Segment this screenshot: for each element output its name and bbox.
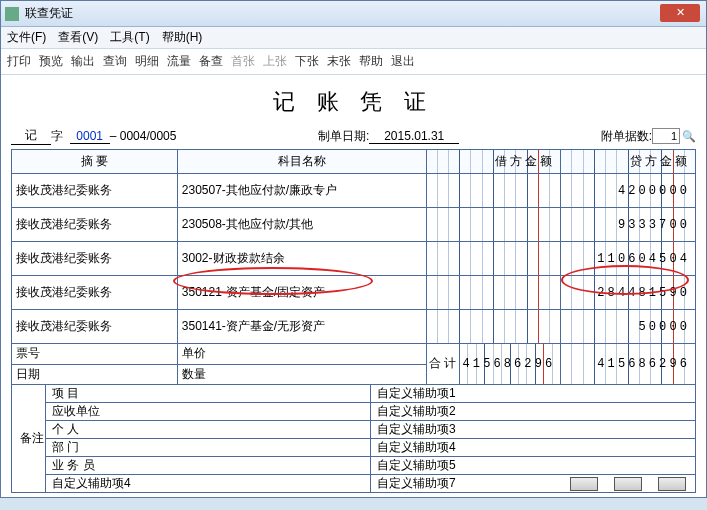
cell-debit: [426, 208, 561, 242]
total-label: 合 计: [426, 344, 459, 384]
date-label2: 日期: [12, 364, 178, 384]
table-row[interactable]: 接收茂港纪委账务230508-其他应付款/其他9333700: [12, 208, 696, 242]
tb-audit[interactable]: 备查: [199, 53, 223, 70]
remark-row: 业 务 员自定义辅助项5: [12, 456, 696, 474]
cell-summary: 接收茂港纪委账务: [12, 242, 178, 276]
cell-credit: 284481590: [561, 276, 696, 310]
remark-row: 部 门自定义辅助项4: [12, 438, 696, 456]
remark-left: 业 务 员: [46, 456, 371, 474]
tb-first: 首张: [231, 53, 255, 70]
tb-detail[interactable]: 明细: [135, 53, 159, 70]
close-button[interactable]: ✕: [660, 4, 700, 22]
status-icon-3[interactable]: [658, 477, 686, 491]
tb-last[interactable]: 末张: [327, 53, 351, 70]
tb-query[interactable]: 查询: [103, 53, 127, 70]
remark-right: 自定义辅助项2: [371, 402, 696, 420]
word-label: 记: [11, 127, 51, 145]
table-row[interactable]: 接收茂港纪委账务3002-财政拨款结余110604504: [12, 242, 696, 276]
cell-subject: 230508-其他应付款/其他: [177, 208, 426, 242]
magnifier-icon[interactable]: 🔍: [682, 130, 696, 143]
table-row[interactable]: 接收茂港纪委账务230507-其他应付款/廉政专户4200000: [12, 174, 696, 208]
remark-left: 项 目: [46, 384, 371, 402]
seq1: 0001: [70, 129, 110, 144]
voucher-header: 记 字 0001 – 0004/0005 制单日期: 2015.01.31 附单…: [11, 125, 696, 149]
menu-view[interactable]: 查看(V): [58, 29, 98, 46]
dash: –: [110, 129, 117, 143]
att-label: 附单据数:: [601, 128, 652, 145]
col-summary: 摘 要: [12, 150, 178, 174]
col-subject: 科目名称: [177, 150, 426, 174]
cell-debit: [426, 276, 561, 310]
cell-subject: 350141-资产基金/无形资产: [177, 310, 426, 344]
titlebar: 联查凭证 ✕: [1, 1, 706, 27]
remark-right: 自定义辅助项5: [371, 456, 696, 474]
tb-exit[interactable]: 退出: [391, 53, 415, 70]
doc-title: 记 账 凭 证: [11, 83, 696, 125]
cell-subject: 350121-资产基金/固定资产: [177, 276, 426, 310]
ticket-label: 票号: [12, 344, 178, 364]
cell-summary: 接收茂港纪委账务: [12, 310, 178, 344]
voucher-table: 摘 要 科目名称 借方金额 贷方金额 接收茂港纪委账务230507-其他应付款/…: [11, 149, 696, 344]
window-frame: 联查凭证 ✕ 文件(F) 查看(V) 工具(T) 帮助(H) 打印 预览 输出 …: [0, 0, 707, 498]
cell-credit: 110604504: [561, 242, 696, 276]
voucher-content: 记 账 凭 证 记 字 0001 – 0004/0005 制单日期: 2015.…: [1, 75, 706, 497]
remark-right: 自定义辅助项1: [371, 384, 696, 402]
qty-label: 数量: [177, 364, 426, 384]
date-value: 2015.01.31: [369, 129, 459, 144]
cell-credit: 50000: [561, 310, 696, 344]
remark-row: 应收单位自定义辅助项2: [12, 402, 696, 420]
table-row[interactable]: 接收茂港纪委账务350141-资产基金/无形资产50000: [12, 310, 696, 344]
remark-row: 备注项 目自定义辅助项1: [12, 384, 696, 402]
status-icon-2[interactable]: [614, 477, 642, 491]
tb-help[interactable]: 帮助: [359, 53, 383, 70]
remark-left: 应收单位: [46, 402, 371, 420]
mid-table: 票号 单价 合 计 415686296 415686296 日期 数量: [11, 344, 696, 385]
remark-right: 自定义辅助项3: [371, 420, 696, 438]
menu-file[interactable]: 文件(F): [7, 29, 46, 46]
tb-output[interactable]: 输出: [71, 53, 95, 70]
price-label: 单价: [177, 344, 426, 364]
remark-left: 自定义辅助项4: [46, 474, 371, 492]
word-suffix: 字: [51, 128, 63, 145]
menu-help[interactable]: 帮助(H): [162, 29, 203, 46]
cell-credit: 9333700: [561, 208, 696, 242]
tb-print[interactable]: 打印: [7, 53, 31, 70]
date-label: 制单日期:: [318, 128, 369, 145]
menubar: 文件(F) 查看(V) 工具(T) 帮助(H): [1, 27, 706, 49]
app-icon: [5, 7, 19, 21]
remark-label: 备注: [12, 384, 46, 492]
bottom-icons: [570, 477, 686, 491]
table-row[interactable]: 接收茂港纪委账务350121-资产基金/固定资产284481590: [12, 276, 696, 310]
cell-credit: 4200000: [561, 174, 696, 208]
cell-subject: 3002-财政拨款结余: [177, 242, 426, 276]
tb-flow[interactable]: 流量: [167, 53, 191, 70]
debit-total: 415686296: [459, 344, 561, 384]
cell-summary: 接收茂港纪委账务: [12, 174, 178, 208]
window-title: 联查凭证: [25, 5, 73, 22]
col-debit: 借方金额: [426, 150, 561, 174]
remark-left: 部 门: [46, 438, 371, 456]
credit-total: 415686296: [561, 344, 696, 384]
status-icon-1[interactable]: [570, 477, 598, 491]
toolbar: 打印 预览 输出 查询 明细 流量 备查 首张 上张 下张 末张 帮助 退出: [1, 49, 706, 75]
remark-left: 个 人: [46, 420, 371, 438]
seq2: 0004/0005: [120, 129, 177, 143]
cell-subject: 230507-其他应付款/廉政专户: [177, 174, 426, 208]
cell-summary: 接收茂港纪委账务: [12, 208, 178, 242]
cell-debit: [426, 174, 561, 208]
att-input[interactable]: [652, 128, 680, 144]
cell-debit: [426, 242, 561, 276]
cell-summary: 接收茂港纪委账务: [12, 276, 178, 310]
cell-debit: [426, 310, 561, 344]
tb-next[interactable]: 下张: [295, 53, 319, 70]
remark-row: 个 人自定义辅助项3: [12, 420, 696, 438]
tb-prev: 上张: [263, 53, 287, 70]
tb-preview[interactable]: 预览: [39, 53, 63, 70]
menu-tools[interactable]: 工具(T): [110, 29, 149, 46]
col-credit: 贷方金额: [561, 150, 696, 174]
remark-right: 自定义辅助项4: [371, 438, 696, 456]
